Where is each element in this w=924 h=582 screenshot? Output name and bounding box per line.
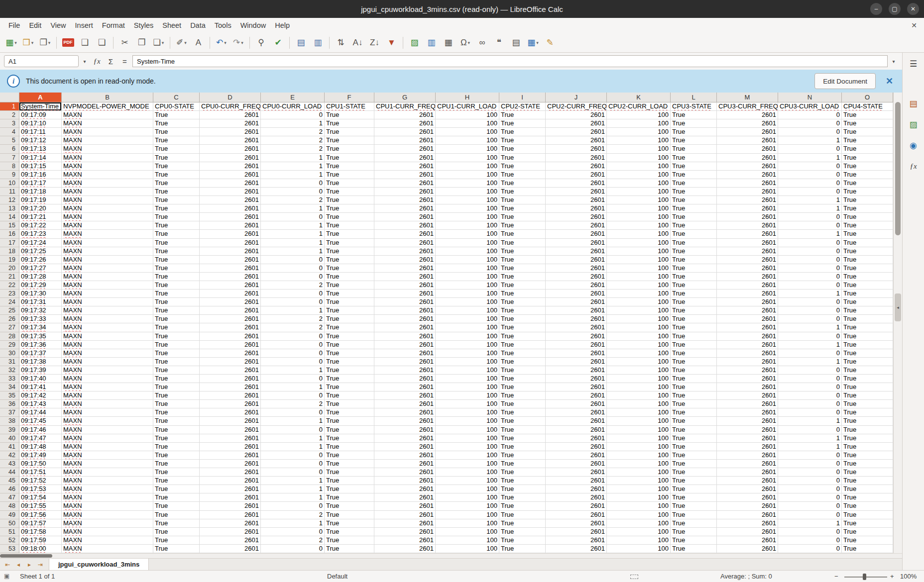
cell-E39[interactable]: 0 bbox=[261, 426, 325, 434]
cell-I30[interactable]: True bbox=[499, 349, 546, 358]
cell-B3[interactable]: MAXN bbox=[62, 119, 153, 128]
row-header-10[interactable]: 10 bbox=[0, 179, 19, 188]
cell-L5[interactable]: True bbox=[671, 136, 717, 145]
cell-D2[interactable]: 2601 bbox=[200, 111, 261, 119]
cell-B51[interactable]: MAXN bbox=[62, 528, 153, 536]
cell-H53[interactable]: 100 bbox=[436, 545, 499, 553]
cell-J24[interactable]: 2601 bbox=[546, 298, 607, 306]
page-style[interactable]: Default bbox=[327, 573, 347, 580]
cell-O49[interactable]: True bbox=[842, 511, 893, 519]
cell-G53[interactable]: 2601 bbox=[374, 545, 436, 553]
cell-A42[interactable]: 09:17:49 bbox=[19, 451, 62, 460]
cell-F41[interactable]: True bbox=[325, 443, 374, 451]
sort-ascending-button[interactable]: A↓ bbox=[349, 35, 366, 50]
cell-L27[interactable]: True bbox=[671, 323, 717, 332]
cell-H52[interactable]: 100 bbox=[436, 536, 499, 545]
sidebar-show-toggle[interactable]: ◂ bbox=[895, 293, 901, 321]
column-header-N[interactable]: N bbox=[778, 93, 842, 102]
cell-L2[interactable]: True bbox=[671, 111, 717, 119]
cell-B22[interactable]: MAXN bbox=[62, 281, 153, 290]
autofilter-button[interactable]: ▼ bbox=[383, 35, 400, 50]
cell-O46[interactable]: True bbox=[842, 485, 893, 493]
row-header-12[interactable]: 12 bbox=[0, 196, 19, 204]
cell-K5[interactable]: 100 bbox=[607, 136, 671, 145]
cell-D51[interactable]: 2601 bbox=[200, 528, 261, 536]
cell-E30[interactable]: 0 bbox=[261, 349, 325, 358]
cell-E40[interactable]: 1 bbox=[261, 434, 325, 443]
cell-L46[interactable]: True bbox=[671, 485, 717, 493]
vertical-scrollbar-thumb[interactable] bbox=[895, 102, 901, 235]
cell-B12[interactable]: MAXN bbox=[62, 196, 153, 204]
cell-L12[interactable]: True bbox=[671, 196, 717, 204]
menu-styles[interactable]: Styles bbox=[129, 19, 158, 31]
cell-I36[interactable]: True bbox=[499, 400, 546, 408]
cell-B32[interactable]: MAXN bbox=[62, 366, 153, 375]
cell-F35[interactable]: True bbox=[325, 391, 374, 400]
cell-C14[interactable]: True bbox=[153, 213, 200, 221]
cell-F43[interactable]: True bbox=[325, 460, 374, 468]
cell-G8[interactable]: 2601 bbox=[374, 162, 436, 171]
cell-N17[interactable]: 0 bbox=[778, 239, 842, 247]
cell-D39[interactable]: 2601 bbox=[200, 426, 261, 434]
cell-E49[interactable]: 2 bbox=[261, 511, 325, 519]
cell-O32[interactable]: True bbox=[842, 366, 893, 375]
cell-I15[interactable]: True bbox=[499, 221, 546, 230]
cell-K38[interactable]: 100 bbox=[607, 417, 671, 425]
cell-O39[interactable]: True bbox=[842, 426, 893, 434]
cell-F16[interactable]: True bbox=[325, 230, 374, 238]
cell-G49[interactable]: 2601 bbox=[374, 511, 436, 519]
cell-G32[interactable]: 2601 bbox=[374, 366, 436, 375]
cell-F27[interactable]: True bbox=[325, 323, 374, 332]
cell-K43[interactable]: 100 bbox=[607, 460, 671, 468]
expand-formula-bar-icon[interactable]: ▾ bbox=[889, 59, 898, 64]
cell-E14[interactable]: 0 bbox=[261, 213, 325, 221]
cell-A10[interactable]: 09:17:17 bbox=[19, 179, 62, 188]
cell-A20[interactable]: 09:17:27 bbox=[19, 264, 62, 273]
cell-I40[interactable]: True bbox=[499, 434, 546, 443]
cell-H43[interactable]: 100 bbox=[436, 460, 499, 468]
dropdown-arrow-icon[interactable]: ▾ bbox=[184, 40, 187, 45]
cell-C10[interactable]: True bbox=[153, 179, 200, 188]
cell-D1[interactable]: CPU0-CURR_FREQ bbox=[200, 102, 261, 111]
cell-K48[interactable]: 100 bbox=[607, 502, 671, 510]
cell-A36[interactable]: 09:17:43 bbox=[19, 400, 62, 408]
cell-G2[interactable]: 2601 bbox=[374, 111, 436, 119]
cell-B27[interactable]: MAXN bbox=[62, 323, 153, 332]
cell-L39[interactable]: True bbox=[671, 426, 717, 434]
cell-F38[interactable]: True bbox=[325, 417, 374, 425]
cell-H35[interactable]: 100 bbox=[436, 391, 499, 400]
cell-G21[interactable]: 2601 bbox=[374, 273, 436, 281]
cell-A41[interactable]: 09:17:48 bbox=[19, 443, 62, 451]
cell-J33[interactable]: 2601 bbox=[546, 375, 607, 383]
cell-D23[interactable]: 2601 bbox=[200, 290, 261, 298]
cell-K10[interactable]: 100 bbox=[607, 179, 671, 188]
cell-L18[interactable]: True bbox=[671, 247, 717, 256]
cell-D21[interactable]: 2601 bbox=[200, 273, 261, 281]
cell-N21[interactable]: 0 bbox=[778, 273, 842, 281]
cell-G47[interactable]: 2601 bbox=[374, 493, 436, 502]
cell-H3[interactable]: 100 bbox=[436, 119, 499, 128]
cell-A53[interactable]: 09:18:00 bbox=[19, 545, 62, 553]
cell-A22[interactable]: 09:17:29 bbox=[19, 281, 62, 290]
cell-D48[interactable]: 2601 bbox=[200, 502, 261, 510]
insert-comment-button[interactable]: ❝ bbox=[491, 35, 507, 50]
cell-C12[interactable]: True bbox=[153, 196, 200, 204]
column-header-E[interactable]: E bbox=[261, 93, 325, 102]
cell-J1[interactable]: CPU2-CURR_FREQ bbox=[546, 102, 607, 111]
cell-B5[interactable]: MAXN bbox=[62, 136, 153, 145]
cell-O27[interactable]: True bbox=[842, 323, 893, 332]
cell-K16[interactable]: 100 bbox=[607, 230, 671, 238]
cell-N35[interactable]: 0 bbox=[778, 391, 842, 400]
cell-L22[interactable]: True bbox=[671, 281, 717, 290]
cell-G51[interactable]: 2601 bbox=[374, 528, 436, 536]
cell-I20[interactable]: True bbox=[499, 264, 546, 273]
cell-M40[interactable]: 2601 bbox=[717, 434, 778, 443]
zoom-slider-handle[interactable] bbox=[863, 574, 866, 580]
cell-K46[interactable]: 100 bbox=[607, 485, 671, 493]
cell-I43[interactable]: True bbox=[499, 460, 546, 468]
cell-F3[interactable]: True bbox=[325, 119, 374, 128]
cell-C3[interactable]: True bbox=[153, 119, 200, 128]
cell-F10[interactable]: True bbox=[325, 179, 374, 188]
cell-M26[interactable]: 2601 bbox=[717, 315, 778, 323]
cell-F18[interactable]: True bbox=[325, 247, 374, 256]
